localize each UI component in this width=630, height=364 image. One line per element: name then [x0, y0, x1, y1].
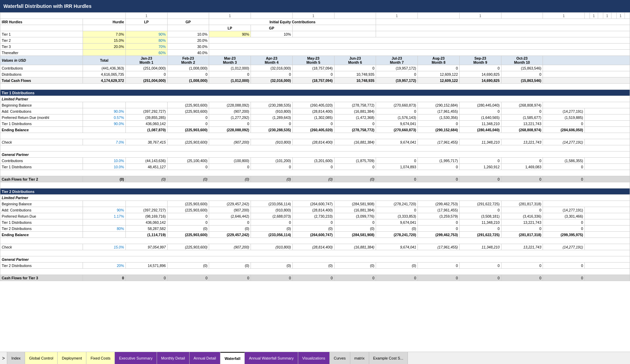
sep23-col: Sep-23Month 9 [459, 56, 501, 65]
tab-matrix[interactable]: matrix [350, 352, 369, 364]
apr23-col: Apr-23Month 4 [251, 56, 293, 65]
thereafter-label: Thereafter [0, 50, 83, 56]
total-col: Total [83, 56, 126, 65]
tier2-lp-pref-return: Preferred Return Due 1.17% (98,169,716) … [0, 213, 630, 219]
tab-global-control[interactable]: Global Control [25, 352, 58, 364]
equity-gp-label: GP [251, 25, 293, 31]
tier1-lp-ending-balance: Ending Balance (1,087,870) (225,903,600)… [0, 127, 630, 133]
tier2-gp-distributions: Tier 2 Distributions 20% 14,571,896 (0) … [0, 263, 630, 269]
equity-contributions-header: Initial Equity Contributions [209, 19, 376, 25]
values-label: Values in USD [0, 56, 83, 65]
equity-lp-label: LP [209, 25, 251, 31]
tier2-lp: 80% [125, 37, 167, 44]
tier1-lp-beg-balance: Beginning Balance (225,903,600) (228,088… [0, 102, 630, 108]
tab-example-cost[interactable]: Example Cost S... [369, 352, 408, 364]
mar23-col: Mar-23Month 3 [209, 56, 251, 65]
tab-bar: > Index Global Control Deployment Fixed … [0, 352, 630, 364]
tier2-lp-tier2-distributions: Tier 2 Distributions 80% 58,287,582 (0) … [0, 226, 630, 232]
tier3-label: Tier 3 [0, 44, 83, 50]
tab-prev-button[interactable]: > [0, 352, 7, 364]
tier2-lp-ending-balance: Ending Balance (1,114,719) (225,903,600)… [0, 232, 630, 238]
equity-gp-value: 10% [251, 31, 293, 37]
tab-monthly-detail[interactable]: Monthly Detail [157, 352, 190, 364]
tab-waterfall[interactable]: Waterfall [220, 352, 245, 364]
distributions-row: Distributions 4,616,065,735 0 0 0 0 0 10… [0, 71, 630, 77]
tier1-label: Tier 1 [0, 31, 83, 37]
total-cashflows-row: Total Cash Flows 4,174,629,372 (251,004,… [0, 77, 630, 84]
tier1-lp-distributions: Tier 1 Distributions 90.0% 436,060,142 0… [0, 121, 630, 127]
tier1-gp-header: General Partner [0, 151, 630, 158]
equity-lp-value: 90% [209, 31, 251, 37]
tier1-hurdle: 7.0% [83, 31, 126, 37]
aug23-col: Aug-23Month 8 [418, 56, 460, 65]
tier2-gp: 20.0% [167, 37, 209, 44]
tab-executive-summary[interactable]: Executive Summary [115, 352, 157, 364]
tier1-lp-check: Check 7.0% 38,767,415 (225,903,600) (907… [0, 139, 630, 145]
tier2-gp-header: General Partner [0, 256, 630, 263]
tab-annual-waterfall-summary[interactable]: Annual Waterfall Summary [245, 352, 298, 364]
tier2-lp-tier1-distributions: Tier 1 Distributions 436,060,142 0 0 0 0… [0, 219, 630, 226]
oct23-col: Oct-23Month 10 [501, 56, 543, 65]
lp-col-header: LP [125, 19, 167, 25]
tab-visualizations[interactable]: Visualizations [298, 352, 330, 364]
gp-col-header: GP [167, 19, 209, 25]
cashflows-tier2: Cash Flows for Tier 2 (0) (0) (0) (0) (0… [0, 176, 630, 182]
tier3-lp: 70% [125, 44, 167, 50]
tab-index[interactable]: Index [7, 352, 25, 364]
tier1-gp-distributions: Tier 1 Distributions 10.0% 48,451,127 0 … [0, 164, 630, 170]
irr-hurdles-label: IRR Hurdles [0, 19, 83, 25]
thereafter-gp: 40.0% [167, 50, 209, 56]
tier1-lp-pref-return: Preferred Return Due (monthl 0.57% (39,8… [0, 114, 630, 121]
tier2-lp-check: Check 15.0% 97,054,997 (225,903,600) (90… [0, 244, 630, 250]
tier1-gp-contributions: Contributions 10.0% (44,143,636) (25,100… [0, 158, 630, 164]
contributions-row: Contributions (441,436,363) (251,004,000… [0, 65, 630, 71]
tab-deployment[interactable]: Deployment [58, 352, 86, 364]
feb23-col: Feb-23Month 2 [167, 56, 209, 65]
tab-fixed-costs[interactable]: Fixed Costs [86, 352, 115, 364]
jun23-col: Jun-23Month 6 [334, 56, 376, 65]
thereafter-hurdle [83, 50, 126, 56]
jan23-col: Jan-23Month 1 [125, 56, 167, 65]
tier3-gp: 30.0% [167, 44, 209, 50]
tier2-hurdle: 15.0% [83, 37, 126, 44]
thereafter-lp: 60% [125, 50, 167, 56]
tier2-label: Tier 2 [0, 37, 83, 44]
page-title: Waterfall Distribution with IRR Hurdles [3, 3, 92, 9]
tier1-lp: 90% [125, 31, 167, 37]
tier1-gp: 10.0% [167, 31, 209, 37]
tab-curves[interactable]: Curves [330, 352, 350, 364]
tier2-lp-add-contributions: Add: Contributions 90% (397,292,727) (22… [0, 207, 630, 213]
hurdle-col-header: Hurdle [83, 19, 126, 25]
waterfall-table: 111111111 IRR Hurdles Hurdle LP GP Initi… [0, 12, 630, 281]
lp-subheader-tier1: Limited Partner [0, 96, 630, 102]
jul23-col: Jul-23Month 7 [376, 56, 418, 65]
tier3-hurdle: 20.0% [83, 44, 126, 50]
lp-subheader-tier2: Limited Partner [0, 195, 630, 201]
tier1-lp-add-contributions: Add: Contributions 90.0% (397,292,727) (… [0, 108, 630, 114]
tier2-distributions-header: Tier 2 Distributions [0, 189, 630, 195]
cashflows-tier3: Cash Flows for Tier 3 0 0 0 0 0 0 0 0 0 … [0, 275, 630, 281]
tab-annual-detail[interactable]: Annual Detail [190, 352, 220, 364]
tier2-lp-beg-balance: Beginning Balance (225,903,600) (229,457… [0, 201, 630, 207]
may23-col: May-23Month 5 [292, 56, 334, 65]
tier1-distributions-header: Tier 1 Distributions [0, 90, 630, 96]
